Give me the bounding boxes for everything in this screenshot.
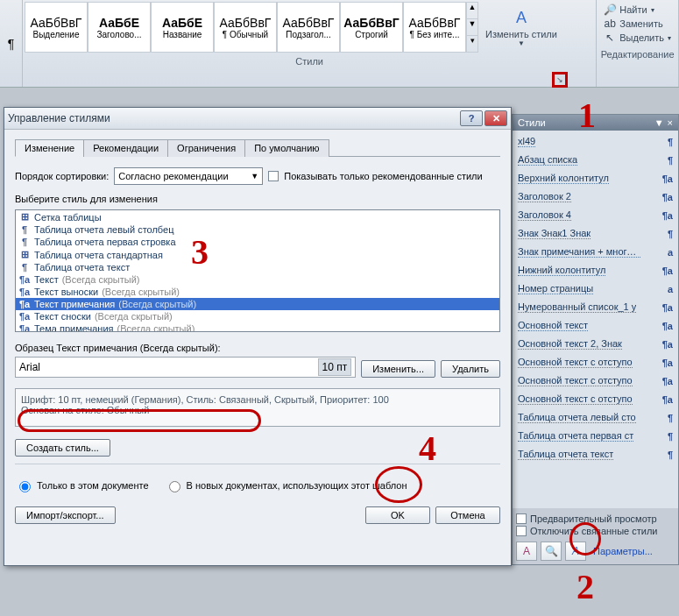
sort-label: Порядок сортировки: — [15, 171, 109, 181]
manage-styles-button[interactable]: A — [565, 542, 586, 561]
show-recommended-label: Показывать только рекомендованные стили — [284, 171, 482, 181]
styles-group-label: Стили — [25, 53, 594, 67]
list-item[interactable]: ¶aТекст (Всегда скрытый) — [16, 273, 499, 286]
options-link[interactable]: Параметры... — [593, 546, 653, 556]
radio-this-document[interactable]: Только в этом документе — [15, 478, 149, 492]
style-row[interactable]: Основной текст 2, Знак¶a — [513, 335, 678, 353]
choose-style-label: Выберите стиль для изменения — [15, 194, 500, 204]
find-button[interactable]: 🔎Найти▾ — [604, 4, 671, 16]
tab-defaults[interactable]: По умолчанию — [244, 139, 329, 157]
create-style-button[interactable]: Создать стиль... — [15, 439, 110, 457]
modify-button[interactable]: Изменить... — [361, 360, 435, 378]
close-icon[interactable]: × — [668, 117, 673, 128]
cursor-icon: ↖ — [604, 32, 616, 44]
style-gallery[interactable]: АаБбВвГВыделение АаБбЕЗаголово... АаБбЕН… — [25, 2, 466, 53]
style-item[interactable]: АаБбВвГВыделение — [25, 2, 88, 53]
ok-button[interactable]: OK — [365, 506, 430, 524]
style-row[interactable]: Основной текст с отступо¶a — [513, 372, 678, 390]
style-row[interactable]: Таблица отчета текст¶ — [513, 445, 678, 464]
pane-footer: Предварительный просмотр Отключить связа… — [513, 508, 678, 564]
chevron-down-icon[interactable]: ▼ — [654, 117, 664, 128]
inspector-icon: 🔍 — [545, 545, 558, 557]
sample-preview: Arial 10 пт — [15, 357, 356, 378]
show-recommended-checkbox[interactable] — [268, 171, 279, 181]
radio-new-documents[interactable]: В новых документах, использующих этот ша… — [165, 478, 407, 492]
annotation-2: 2 — [576, 566, 594, 607]
style-item[interactable]: АаБбВвГ¶ Обычный — [214, 2, 277, 53]
replace-button[interactable]: abЗаменить — [604, 18, 671, 30]
list-item[interactable]: ⊞Сетка таблицы — [16, 210, 499, 223]
close-button[interactable]: ✕ — [484, 110, 507, 126]
help-button[interactable]: ? — [460, 110, 483, 126]
styles-group: АаБбВвГВыделение АаБбЕЗаголово... АаБбЕН… — [23, 0, 597, 87]
list-item[interactable]: ¶aТекст примечания (Всегда скрытый) — [16, 298, 499, 310]
style-row[interactable]: Основной текст¶a — [513, 316, 678, 335]
style-row[interactable]: Верхний колонтитул¶a — [513, 169, 678, 188]
style-row[interactable]: Номер страницыa — [513, 280, 678, 298]
style-row[interactable]: Таблица отчета левый сто¶ — [513, 408, 678, 427]
manage-styles-dialog: Управление стилями ? ✕ Изменение Рекомен… — [4, 107, 512, 566]
style-item[interactable]: АаБбВвГПодзагол... — [277, 2, 340, 53]
ribbon: ¶ АаБбВвГВыделение АаБбЕЗаголово... АаБб… — [0, 0, 679, 88]
style-row[interactable]: Основной текст с отступо¶a — [513, 390, 678, 408]
ribbon-small-col: ¶ — [0, 0, 23, 87]
tab-change[interactable]: Изменение — [15, 139, 84, 157]
list-item[interactable]: ¶Таблица отчета левый столбец — [16, 223, 499, 236]
import-export-button[interactable]: Импорт/экспорт... — [15, 506, 116, 524]
new-style-button[interactable]: A — [516, 542, 537, 561]
change-styles-icon: A — [511, 8, 532, 29]
chevron-down-icon: ▼ — [251, 172, 258, 181]
replace-icon: ab — [604, 18, 616, 30]
list-item[interactable]: ¶aТекст выноски (Всегда скрытый) — [16, 286, 499, 298]
styles-list[interactable]: xl49¶Абзац списка¶Верхний колонтитул¶aЗа… — [513, 131, 678, 508]
style-info-box: Шрифт: 10 пт, немецкий (Германия), Стиль… — [15, 388, 500, 427]
gallery-spinner[interactable]: ▲ ▼ ▾ — [466, 2, 478, 53]
styles-pane: Стили ▼ × xl49¶Абзац списка¶Верхний коло… — [512, 114, 679, 565]
editing-group: 🔎Найти▾ abЗаменить ↖Выделить▾ Редактиров… — [597, 0, 679, 87]
delete-button[interactable]: Удалить — [441, 360, 500, 378]
style-item[interactable]: АаБбВвГСтрогий — [340, 2, 403, 53]
style-row[interactable]: Заголовок 2¶a — [513, 188, 678, 206]
style-item[interactable]: АаБбЕНазвание — [151, 2, 214, 53]
a-colors-icon: A — [523, 545, 530, 557]
select-button[interactable]: ↖Выделить▾ — [604, 32, 671, 44]
change-styles-button[interactable]: A Изменить стили ▼ — [478, 6, 564, 49]
disable-linked-checkbox[interactable]: Отключить связанные стили — [516, 526, 675, 536]
style-item[interactable]: АаБбВвГ¶ Без инте... — [403, 2, 466, 53]
dialog-tabs: Изменение Рекомендации Ограничения По ум… — [15, 138, 500, 157]
preview-checkbox[interactable]: Предварительный просмотр — [516, 513, 675, 524]
tab-recommendations[interactable]: Рекомендации — [83, 139, 168, 157]
dialog-title-bar[interactable]: Управление стилями ? ✕ — [4, 108, 511, 130]
list-item[interactable]: ¶aТекст сноски (Всегда скрытый) — [16, 310, 499, 322]
binoculars-icon: 🔎 — [604, 4, 616, 16]
cancel-button[interactable]: Отмена — [435, 506, 500, 524]
style-row[interactable]: xl49¶ — [513, 132, 678, 151]
tab-restrictions[interactable]: Ограничения — [167, 139, 245, 157]
list-item[interactable]: ¶Таблица отчета текст — [16, 261, 499, 273]
styles-dialog-launcher[interactable]: ↘ — [554, 74, 566, 86]
style-row[interactable]: Знак Знак1 Знак¶ — [513, 224, 678, 243]
style-row[interactable]: Нижний колонтитул¶a — [513, 261, 678, 280]
list-item[interactable]: ¶Таблица отчета первая стровка — [16, 236, 499, 248]
style-row[interactable]: Нумерованный список_1 у¶a — [513, 298, 678, 316]
style-row[interactable]: Абзац списка¶ — [513, 151, 678, 169]
style-item[interactable]: АаБбЕЗаголово... — [88, 2, 151, 53]
pilcrow-icon[interactable]: ¶ — [8, 37, 15, 51]
pane-title-bar: Стили ▼ × — [513, 115, 678, 131]
style-inspector-button[interactable]: 🔍 — [541, 542, 562, 561]
style-row[interactable]: Таблица отчета первая ст¶ — [513, 427, 678, 445]
editing-group-label: Редактирование — [598, 46, 676, 60]
list-item[interactable]: ⊞Таблица отчета стандартная — [16, 248, 499, 261]
style-row[interactable]: Заголовок 4¶a — [513, 206, 678, 224]
style-row[interactable]: Основной текст с отступо¶a — [513, 353, 678, 372]
style-listbox[interactable]: ⊞Сетка таблицы¶Таблица отчета левый стол… — [15, 209, 500, 332]
sort-select[interactable]: Согласно рекомендации▼ — [114, 167, 263, 185]
style-row[interactable]: Знак примечания + многоуровневый, Слева:… — [513, 243, 678, 261]
list-item[interactable]: ¶aТема примечания (Всегда скрытый) — [16, 322, 499, 332]
sample-label: Образец Текст примечания (Всегда скрытый… — [15, 343, 500, 353]
a-check-icon: A — [572, 545, 579, 557]
